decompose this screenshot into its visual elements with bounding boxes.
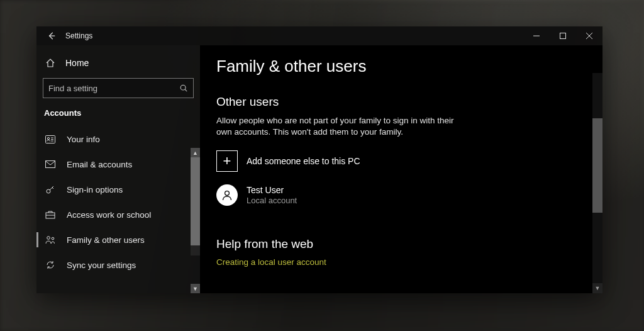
- svg-point-3: [47, 137, 49, 139]
- people-icon: [44, 235, 57, 244]
- home-label: Home: [65, 58, 89, 68]
- search-box[interactable]: [43, 78, 194, 98]
- content-scroll-down[interactable]: ▼: [592, 283, 602, 293]
- sidebar-item-label: Email & accounts: [67, 160, 132, 169]
- svg-point-7: [47, 237, 50, 240]
- section-title-help: Help from the web: [216, 237, 586, 251]
- svg-rect-0: [560, 33, 566, 39]
- section-title-other-users: Other users: [216, 95, 586, 109]
- add-user-label: Add someone else to this PC: [247, 156, 360, 166]
- briefcase-icon: [44, 210, 57, 219]
- sidebar-scroll-down[interactable]: ▼: [191, 284, 200, 293]
- user-account-type: Local account: [247, 196, 297, 206]
- settings-window: Settings Home: [36, 26, 602, 293]
- titlebar: Settings: [36, 26, 602, 45]
- section-desc-other-users: Allow people who are not part of your fa…: [216, 115, 455, 138]
- home-button[interactable]: Home: [36, 53, 200, 73]
- svg-rect-4: [46, 161, 55, 168]
- add-user-button[interactable]: + Add someone else to this PC: [216, 150, 586, 172]
- minimize-button[interactable]: [523, 26, 550, 45]
- sidebar-item-sync-settings[interactable]: Sync your settings: [36, 252, 200, 278]
- id-card-icon: [44, 135, 57, 143]
- sidebar-item-access-work-school[interactable]: Access work or school: [36, 202, 200, 227]
- sidebar-item-label: Sync your settings: [67, 261, 136, 270]
- sidebar-item-label: Your info: [67, 135, 100, 144]
- sidebar-item-family-other-users[interactable]: Family & other users: [36, 227, 200, 252]
- sidebar-item-your-info[interactable]: Your info: [36, 126, 200, 152]
- sync-icon: [44, 260, 57, 270]
- search-input[interactable]: [48, 84, 179, 93]
- mail-icon: [44, 160, 57, 168]
- svg-point-9: [225, 191, 230, 196]
- page-title: Family & other users: [216, 57, 586, 76]
- avatar: [216, 184, 238, 206]
- close-icon: [586, 33, 592, 39]
- sidebar-category: Accounts: [36, 98, 200, 119]
- back-button[interactable]: [44, 28, 59, 43]
- sidebar-item-sign-in-options[interactable]: Sign-in options: [36, 177, 200, 202]
- sidebar: Home Accounts Your info: [36, 45, 200, 293]
- close-button[interactable]: [576, 26, 602, 45]
- maximize-icon: [560, 33, 566, 39]
- plus-icon: +: [216, 150, 238, 172]
- sidebar-scroll-up[interactable]: ▲: [191, 148, 200, 157]
- home-icon: [44, 58, 57, 68]
- content-pane: Family & other users Other users Allow p…: [200, 45, 602, 293]
- sidebar-item-email-accounts[interactable]: Email & accounts: [36, 152, 200, 177]
- sidebar-item-label: Family & other users: [67, 235, 145, 245]
- minimize-icon: [533, 33, 540, 39]
- person-icon: [221, 189, 233, 201]
- help-link-create-local-account[interactable]: Creating a local user account: [216, 257, 586, 267]
- svg-point-1: [180, 85, 186, 90]
- svg-point-8: [52, 237, 54, 240]
- sidebar-item-label: Sign-in options: [67, 185, 123, 194]
- sidebar-item-label: Access work or school: [67, 210, 151, 220]
- search-icon: [179, 84, 188, 93]
- maximize-button[interactable]: [550, 26, 576, 45]
- sidebar-nav: Your info Email & accounts Sign-in optio…: [36, 126, 200, 278]
- content-scrollbar-thumb[interactable]: [592, 118, 602, 213]
- window-title: Settings: [65, 31, 92, 40]
- user-name: Test User: [247, 185, 297, 196]
- sidebar-scrollbar-thumb[interactable]: [191, 157, 200, 245]
- arrow-left-icon: [47, 31, 56, 40]
- user-entry[interactable]: Test User Local account: [216, 184, 586, 206]
- svg-rect-2: [46, 135, 55, 143]
- window-controls: [523, 26, 602, 45]
- key-icon: [44, 184, 57, 194]
